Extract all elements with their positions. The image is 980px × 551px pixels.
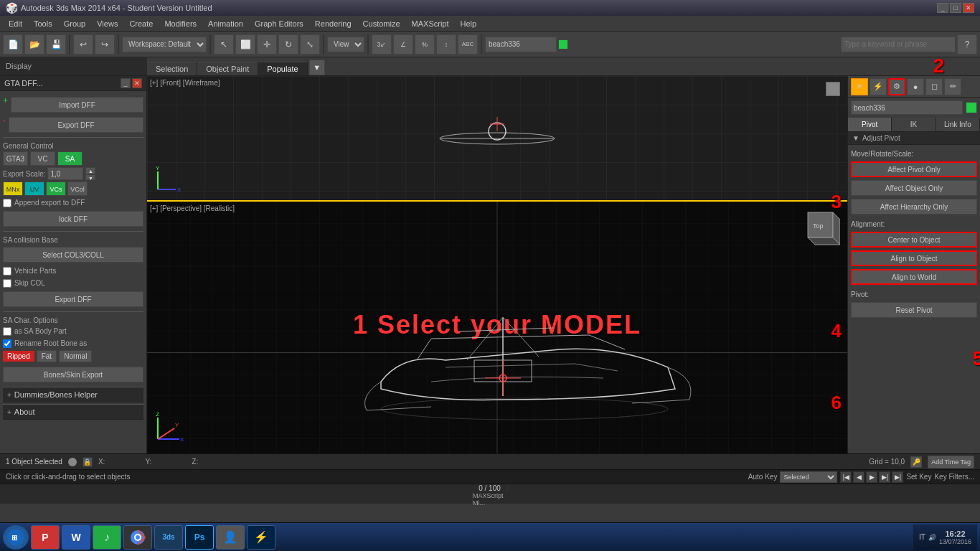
taskbar-chrome[interactable]	[123, 525, 152, 550]
taskbar-3dsmax[interactable]: 3ds	[154, 525, 183, 550]
start-button[interactable]: ⊞	[3, 525, 29, 550]
play-btn[interactable]: ▶	[866, 471, 877, 483]
toolbar-select[interactable]: ↖	[214, 34, 234, 55]
toolbar-new[interactable]: 📄	[3, 34, 23, 55]
bones-skin-btn[interactable]: Bones/Skin Export	[3, 367, 143, 382]
tab-selection[interactable]: Selection	[147, 62, 197, 75]
import-dff-btn[interactable]: Import DFF	[11, 97, 143, 113]
fat-btn[interactable]: Fat	[37, 350, 57, 362]
center-to-object-btn[interactable]: Center to Object	[851, 232, 977, 248]
toolbar-undo[interactable]: ↩	[73, 34, 93, 55]
export-scale-input[interactable]	[47, 167, 83, 180]
toolbar-color-swatch[interactable]	[558, 39, 568, 50]
vehicle-parts-checkbox[interactable]	[3, 267, 11, 276]
affect-pivot-btn[interactable]: Affect Pivot Only	[851, 161, 977, 177]
rp-color-swatch[interactable]	[966, 102, 977, 113]
align-to-world-btn[interactable]: Align to World	[851, 269, 977, 285]
vc-btn[interactable]: VC	[30, 151, 55, 166]
rp-icon-lightning[interactable]: ⚡	[870, 78, 887, 95]
panel-minimize[interactable]: _	[121, 78, 131, 88]
taskbar-portrait[interactable]: 👤	[216, 525, 245, 550]
affect-object-btn[interactable]: Affect Object Only	[851, 180, 977, 196]
close-button[interactable]: ✕	[963, 3, 974, 13]
toolbar-region-select[interactable]: ⬜	[235, 34, 255, 55]
volume-icon[interactable]: 🔊	[928, 534, 936, 541]
menu-edit[interactable]: Edit	[3, 18, 28, 29]
maximize-button[interactable]: □	[950, 3, 961, 13]
workspace-dropdown[interactable]: Workspace: Default	[122, 37, 207, 52]
gta3-btn[interactable]: GTA3	[3, 151, 28, 166]
taskbar-word[interactable]: W	[62, 525, 90, 550]
menu-group[interactable]: Group	[58, 18, 92, 29]
sa-body-checkbox[interactable]	[3, 327, 11, 336]
viewport-tab-options[interactable]: ▼	[309, 60, 325, 75]
viewport-bottom[interactable]: [+] [Perspective] [Realistic] 1 Select y…	[147, 202, 847, 453]
ripped-btn[interactable]: Ripped	[3, 351, 34, 362]
rp-icon-sun[interactable]: ☀	[851, 78, 868, 95]
menu-help[interactable]: Help	[455, 18, 483, 29]
append-export-checkbox[interactable]	[3, 199, 11, 207]
object-name-input[interactable]	[485, 37, 557, 52]
rp-icon-hierarchy[interactable]: ⚙	[888, 78, 905, 95]
toolbar-redo[interactable]: ↪	[95, 34, 115, 55]
rp-icon-display[interactable]: ●	[907, 78, 924, 95]
panel-close[interactable]: ✕	[132, 78, 142, 88]
export-dff-btn[interactable]: Export DFF	[9, 117, 143, 133]
menu-modifiers[interactable]: Modifiers	[159, 18, 202, 29]
tab-populate[interactable]: Populate	[258, 62, 307, 75]
taskbar-powerpoint[interactable]: P	[31, 525, 60, 550]
tab-object-paint[interactable]: Object Paint	[197, 62, 258, 75]
viewport-cube-top[interactable]	[826, 82, 840, 96]
menu-create[interactable]: Create	[123, 18, 159, 29]
toolbar-open[interactable]: 📂	[24, 34, 44, 55]
toolbar-help[interactable]: ?	[957, 34, 977, 55]
taskbar-lightning[interactable]: ⚡	[247, 525, 275, 550]
toolbar-spinner-snap[interactable]: ↕	[436, 34, 456, 55]
vcol-btn[interactable]: VCol	[67, 182, 88, 196]
rp-icon-motion[interactable]: ◻	[925, 78, 943, 95]
normal-btn[interactable]: Normal	[59, 350, 92, 362]
object-name-rp-input[interactable]	[851, 100, 963, 115]
menu-tools[interactable]: Tools	[28, 18, 58, 29]
scale-spinner[interactable]: ▲ ▼	[85, 167, 95, 180]
menu-animation[interactable]: Animation	[202, 18, 249, 29]
menu-views[interactable]: Views	[91, 18, 123, 29]
add-time-tag-btn[interactable]: Add Time Tag	[928, 456, 974, 468]
menu-rendering[interactable]: Rendering	[309, 18, 357, 29]
viewport-top[interactable]: [+] [Front] [Wireframe] X Y	[147, 76, 847, 202]
go-start-btn[interactable]: |◀	[840, 471, 852, 483]
next-frame-btn[interactable]: ▶|	[879, 471, 890, 483]
toolbar-rotate[interactable]: ↻	[278, 34, 298, 55]
viewport-cube[interactable]: Top	[797, 209, 840, 252]
skip-col-checkbox[interactable]	[3, 279, 11, 288]
taskbar-photoshop[interactable]: Ps	[185, 525, 214, 550]
rename-root-checkbox[interactable]	[3, 339, 11, 348]
minimize-button[interactable]: _	[937, 3, 948, 13]
mnx-btn[interactable]: MNx	[3, 182, 23, 196]
pivot-tab[interactable]: Pivot	[848, 118, 892, 131]
ik-tab[interactable]: IK	[892, 118, 936, 131]
toolbar-move[interactable]: ✛	[257, 34, 277, 55]
menu-customize[interactable]: Customize	[357, 18, 406, 29]
toolbar-snap[interactable]: 3↙	[372, 34, 392, 55]
taskbar-spotify[interactable]: ♪	[93, 525, 121, 550]
select-col-btn[interactable]: Select COL3/COLL	[3, 247, 143, 263]
uv-btn[interactable]: UV	[24, 182, 44, 196]
reset-pivot-btn[interactable]: Reset Pivot	[851, 302, 977, 318]
link-info-tab[interactable]: Link Info	[936, 118, 980, 131]
sa-btn[interactable]: SA	[57, 151, 83, 166]
about-header[interactable]: + About	[3, 405, 143, 420]
menu-maxscript[interactable]: MAXScript	[406, 18, 455, 29]
lock-icon[interactable]: 🔒	[83, 457, 93, 467]
align-to-object-btn[interactable]: Align to Object	[851, 250, 977, 266]
toolbar-scale[interactable]: ⤡	[300, 34, 320, 55]
search-input[interactable]	[841, 37, 956, 52]
lock-dff-btn[interactable]: lock DFF	[3, 211, 143, 227]
view-dropdown[interactable]: View	[327, 37, 364, 52]
key-icon[interactable]: 🔑	[910, 456, 922, 468]
toolbar-percent-snap[interactable]: %	[415, 34, 435, 55]
auto-key-dropdown[interactable]: Selected	[780, 471, 837, 483]
toolbar-angle-snap[interactable]: ∠	[393, 34, 413, 55]
affect-hierarchy-btn[interactable]: Affect Hierarchy Only	[851, 199, 977, 215]
menu-graph-editors[interactable]: Graph Editors	[249, 18, 309, 29]
